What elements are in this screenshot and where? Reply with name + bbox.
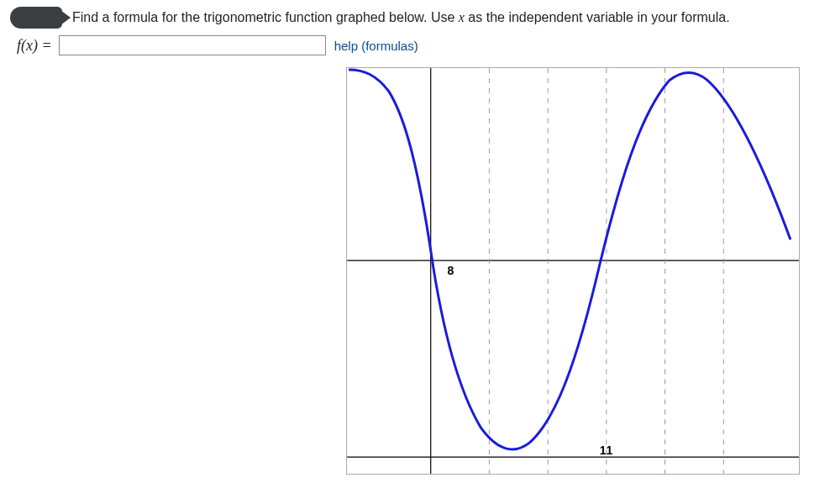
- question-var: x: [459, 10, 465, 24]
- graph-container: 8 11: [346, 67, 820, 475]
- redaction-blob: [10, 7, 62, 29]
- curve-fx: [349, 70, 791, 449]
- fx-label: f(x) =: [17, 37, 52, 55]
- question-suffix: as the independent variable in your form…: [465, 10, 730, 24]
- function-graph: 8 11: [346, 67, 800, 475]
- help-formulas-link[interactable]: help (formulas): [334, 39, 418, 53]
- axis-tick-11: 11: [600, 444, 613, 457]
- answer-input[interactable]: [59, 35, 326, 55]
- question-text: Find a formula for the trigonometric fun…: [72, 10, 730, 25]
- question-prefix: Find a formula for the trigonometric fun…: [72, 10, 459, 24]
- axis-label-8: 8: [448, 264, 454, 277]
